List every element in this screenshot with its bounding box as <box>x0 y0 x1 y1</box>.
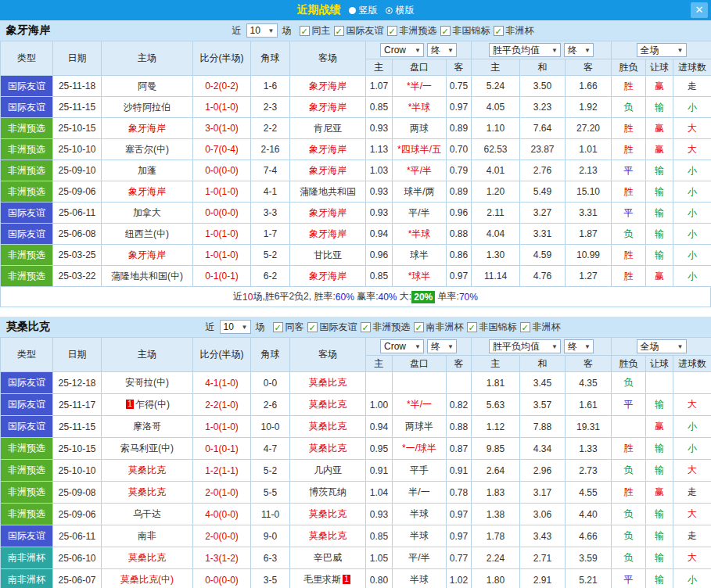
summary-part: 场,胜6平2负2, <box>253 290 314 303</box>
col-handicap: 盘口 <box>393 59 447 76</box>
team-name: 乍得(中) <box>135 399 170 410</box>
close-button[interactable]: ✕ <box>691 2 708 18</box>
avg-home: 1.10 <box>472 118 520 139</box>
games-count-select[interactable]: 10 ▼ <box>246 23 278 38</box>
team-name: 象牙海岸 <box>128 123 166 134</box>
filter-checkbox[interactable]: ✓非洲杯 <box>520 321 561 334</box>
home-team: 莫桑比克(中) <box>102 569 193 588</box>
match-date: 25-11-17 <box>53 394 102 416</box>
filter-checkbox[interactable]: ✓国际友谊 <box>334 24 384 38</box>
match-date: 25-11-15 <box>53 97 102 118</box>
avg-away: 4.55 <box>566 482 612 504</box>
handicap-cell: *半球 <box>393 97 447 118</box>
avg-odds-select[interactable]: 胜平负均值 ▼ <box>489 43 561 57</box>
avg-draw: 4.59 <box>520 245 566 266</box>
team-name: 南非 <box>138 530 156 541</box>
col-avg-draw: 和 <box>520 356 566 372</box>
col-handicap-result: 让球 <box>646 59 673 76</box>
filter-label: 非国锦标 <box>479 321 517 334</box>
col-avg-home: 主 <box>472 356 520 372</box>
handicap-cell: *半/一 <box>393 76 447 97</box>
filter-checkbox[interactable]: ✓同客 <box>273 321 304 334</box>
avg-odds-select[interactable]: 胜平负均值 ▼ <box>489 339 561 353</box>
handicap-result-cell: 赢 <box>646 139 673 160</box>
bookmaker-select[interactable]: Crow ▼ <box>380 339 424 353</box>
team-name: 摩洛哥 <box>133 421 161 432</box>
filter-checkbox[interactable]: ✓非洲杯 <box>494 24 534 38</box>
odds-away: 0.97 <box>447 266 472 287</box>
scope-select[interactable]: 全场 ▼ <box>637 339 687 353</box>
col-handicap: 盘口 <box>393 356 447 372</box>
corner-cell: 4-7 <box>251 438 290 460</box>
bookmaker-select[interactable]: Crow ▼ <box>380 43 424 57</box>
scope-select[interactable]: 全场 ▼ <box>637 43 687 57</box>
score-cell: 0-0(0-0) <box>193 160 251 181</box>
team-name: 象牙海岸 <box>309 102 347 113</box>
corner-cell: 3-3 <box>251 203 290 224</box>
away-team: 象牙海岸 <box>290 97 366 118</box>
filter-checkbox[interactable]: ✓非国锦标 <box>467 321 517 334</box>
filter-checkbox[interactable]: ✓南非洲杯 <box>414 321 464 334</box>
goals-result-cell: 大 <box>673 504 711 525</box>
avg-home: 1.80 <box>472 569 520 588</box>
competition-badge: 国际友谊 <box>1 372 53 394</box>
record-summary: 近10场,胜6平2负2, 胜率:60% 赢率:40% 大:20% 单率:70% <box>0 287 711 307</box>
avg-away: 1.61 <box>566 394 612 416</box>
filter-checkbox[interactable]: ✓国际友谊 <box>307 321 357 334</box>
checkbox-checked-icon: ✓ <box>300 26 310 36</box>
avg-draw: 3.57 <box>520 394 566 416</box>
result-cell: 胜 <box>612 139 646 160</box>
filter-label: 非洲预选 <box>373 321 411 334</box>
col-home: 主场 <box>102 338 193 372</box>
layout-radio-vertical[interactable]: 竖版 <box>349 4 378 17</box>
team-name: 莫桑比克 <box>128 552 166 563</box>
corner-cell: 2-6 <box>251 394 290 416</box>
result-cell <box>612 416 646 438</box>
team-name: 象牙海岸 <box>309 228 347 239</box>
handicap-result-cell: 输 <box>646 504 673 525</box>
team-name: 象牙海岸 <box>128 186 166 197</box>
away-team: 象牙海岸 <box>290 203 366 224</box>
odds-home: 1.07 <box>366 76 393 97</box>
handicap-cell: *球半 <box>393 266 447 287</box>
filter-checkbox[interactable]: ✓同主 <box>300 24 331 38</box>
filter-label: 同主 <box>312 24 331 38</box>
handicap-cell: 两球 <box>393 118 447 139</box>
competition-badge: 非洲预选 <box>1 266 53 287</box>
goals-result-cell: 大 <box>673 139 711 160</box>
result-cell: 胜 <box>612 245 646 266</box>
filter-checkbox[interactable]: ✓非洲预选 <box>361 321 411 334</box>
handicap-result-cell: 输 <box>646 160 673 181</box>
handicap-result-cell: 输 <box>646 525 673 547</box>
goals-result-cell: 小 <box>673 266 711 287</box>
corner-cell: 1-7 <box>251 224 290 245</box>
filter-checkbox[interactable]: ✓非国锦标 <box>440 24 490 38</box>
corner-cell: 5-5 <box>251 482 290 504</box>
away-team: 莫桑比克 <box>290 416 366 438</box>
final-odds-select[interactable]: 终 ▼ <box>427 339 457 353</box>
team-name: 索马利亚(中) <box>120 443 174 454</box>
avg-away: 2.13 <box>566 160 612 181</box>
team-section: 象牙海岸 近 10 ▼ 场 ✓同主✓国际友谊✓非洲预选✓非国锦标✓非洲杯 类型 … <box>0 20 711 307</box>
avg-draw: 7.88 <box>520 416 566 438</box>
odds-home: 1.05 <box>366 547 393 569</box>
odds-home: 0.93 <box>366 118 393 139</box>
final-avg-select[interactable]: 终 ▼ <box>564 339 594 353</box>
final-odds-select[interactable]: 终 ▼ <box>427 43 457 57</box>
match-row: 国际友谊25-06-11加拿大0-0(0-0)3-3象牙海岸0.93平/半0.9… <box>1 203 711 224</box>
filter-label: 同客 <box>285 321 304 334</box>
avg-away: 1.92 <box>566 97 612 118</box>
handicap-result-cell: 输 <box>646 203 673 224</box>
avg-home: 11.14 <box>472 266 520 287</box>
final-avg-select[interactable]: 终 ▼ <box>564 43 594 57</box>
home-team: 加拿大 <box>102 203 193 224</box>
away-team: 莫桑比克 <box>290 372 366 394</box>
layout-radio-horizontal[interactable]: 横版 <box>386 4 415 17</box>
games-count-select[interactable]: 10 ▼ <box>220 320 251 334</box>
match-row: 非洲预选25-09-10加蓬0-0(0-0)7-4象牙海岸1.03*平/半0.7… <box>1 160 711 181</box>
filter-checkbox[interactable]: ✓非洲预选 <box>387 24 437 38</box>
avg-draw: 3.50 <box>520 76 566 97</box>
checkbox-checked-icon: ✓ <box>440 26 451 36</box>
match-date: 25-06-11 <box>53 203 102 224</box>
match-row: 国际友谊25-11-171乍得(中)2-2(1-0)2-6莫桑比克1.00*半/… <box>1 394 711 416</box>
